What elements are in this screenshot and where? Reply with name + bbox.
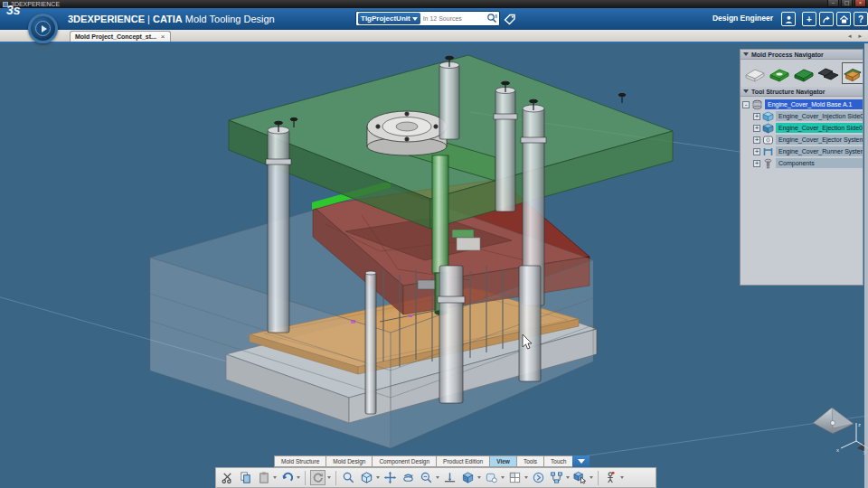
normal-view-icon[interactable] bbox=[442, 470, 458, 485]
3dexperience-compass[interactable] bbox=[28, 14, 58, 43]
dropdown-icon[interactable] bbox=[524, 476, 528, 479]
3d-viewport-scene[interactable]: z x y bbox=[0, 43, 868, 488]
tab-mold-structure[interactable]: Mold Structure bbox=[274, 455, 326, 467]
tree-expand-icon[interactable]: + bbox=[753, 148, 760, 155]
tree-item-runner-system[interactable]: + Engine_Cover_Runner System00 bbox=[753, 145, 863, 157]
mold-model[interactable] bbox=[150, 55, 673, 448]
mold-base-ghost-icon[interactable] bbox=[744, 62, 766, 84]
tree-item-components[interactable]: + Components bbox=[753, 157, 863, 169]
cut-icon[interactable] bbox=[220, 470, 235, 485]
3d-viewport[interactable]: z x y Mold Process Navigator bbox=[0, 42, 868, 488]
more-icon[interactable] bbox=[531, 470, 546, 485]
tab-component-design[interactable]: Component Design bbox=[372, 455, 436, 467]
tree-item-label[interactable]: Engine_Cover_Ejection Side0000 bbox=[776, 123, 863, 133]
os-titlebar: 3DEXPERIENCE – ▢ × bbox=[0, 0, 868, 8]
dropdown-icon[interactable] bbox=[376, 476, 380, 479]
select-box-icon[interactable] bbox=[572, 470, 588, 485]
home-icon[interactable] bbox=[836, 12, 851, 26]
tree-item-label[interactable]: Engine_Cover_Mold Base A.1 bbox=[765, 99, 863, 109]
tree-collapse-icon[interactable]: - bbox=[742, 101, 750, 108]
tab-tools[interactable]: Tools bbox=[516, 455, 543, 467]
undo-icon[interactable] bbox=[279, 470, 295, 485]
mold-injection-icon[interactable] bbox=[769, 62, 790, 84]
dropdown-icon[interactable] bbox=[566, 476, 570, 479]
manikin-icon[interactable] bbox=[603, 470, 618, 485]
shaded-view-icon[interactable] bbox=[460, 470, 476, 485]
3ds-logo: 3s bbox=[6, 3, 21, 17]
tree-item-label[interactable]: Engine_Cover_Ejector System00 bbox=[776, 135, 863, 145]
dropdown-icon[interactable] bbox=[477, 476, 481, 479]
navigator-panel: Mold Process Navigator Tool Structure Na… bbox=[740, 49, 863, 286]
clipping-icon[interactable] bbox=[484, 470, 499, 485]
tab-product-edition[interactable]: Product Edition bbox=[436, 455, 489, 467]
iso-view-cube-icon[interactable] bbox=[359, 470, 374, 485]
tree-expand-icon[interactable]: + bbox=[753, 113, 760, 120]
mold-base-icon bbox=[751, 99, 763, 110]
search-scope-label: TlgProjectUnit bbox=[361, 13, 410, 24]
dropdown-icon[interactable] bbox=[436, 476, 439, 479]
tab-mold-design[interactable]: Mold Design bbox=[326, 455, 372, 467]
dropdown-icon[interactable] bbox=[273, 476, 277, 479]
toolbar-separator bbox=[598, 471, 599, 485]
user-role-label[interactable]: Design Engineer bbox=[712, 14, 773, 23]
app-name: CATIA bbox=[153, 14, 183, 24]
compass-play-icon[interactable] bbox=[35, 21, 51, 36]
tree-item-ejector-system[interactable]: + Engine_Cover_Ejector System00 bbox=[753, 134, 863, 145]
add-content-button[interactable]: + bbox=[802, 12, 816, 26]
collapse-icon[interactable] bbox=[743, 52, 749, 56]
maximize-button[interactable]: ▢ bbox=[841, 0, 853, 7]
module-name: Mold Tooling Design bbox=[185, 14, 275, 24]
help-button[interactable]: ? bbox=[854, 12, 868, 26]
tab-scroll-arrows[interactable]: ◂ ▸ bbox=[848, 33, 864, 40]
tag-icon[interactable] bbox=[504, 13, 517, 24]
tree-expand-icon[interactable]: + bbox=[753, 125, 760, 132]
app-header: 3DEXPERIENCE | CATIA Mold Tooling Design… bbox=[0, 8, 868, 30]
dropdown-icon[interactable] bbox=[620, 476, 624, 479]
minimize-button[interactable]: – bbox=[827, 0, 839, 7]
tree-expand-icon[interactable]: + bbox=[753, 136, 760, 144]
share-icon[interactable] bbox=[819, 12, 834, 26]
tool-structure-header[interactable]: Tool Structure Navigator bbox=[741, 87, 863, 97]
rotate-icon[interactable] bbox=[401, 470, 416, 485]
copy-icon[interactable] bbox=[238, 470, 253, 485]
mold-assembly-selected-icon[interactable] bbox=[842, 62, 863, 84]
design-explore-icon[interactable] bbox=[549, 470, 564, 485]
axis-x-label: x bbox=[836, 447, 839, 453]
search-bar[interactable]: TlgProjectUnit bbox=[355, 11, 500, 26]
process-navigator-header[interactable]: Mold Process Navigator bbox=[741, 50, 863, 60]
tree-item-mold-base[interactable]: - Engine_Cover_Mold Base A.1 bbox=[742, 99, 863, 110]
tree-item-label[interactable]: Engine_Cover_Runner System00 bbox=[776, 146, 863, 156]
profile-icon[interactable] bbox=[781, 12, 796, 26]
tree-item-label[interactable]: Components bbox=[776, 158, 863, 168]
zoom-area-icon[interactable] bbox=[341, 470, 356, 485]
zoom-icon[interactable] bbox=[419, 470, 434, 485]
tab-view[interactable]: View bbox=[489, 455, 516, 467]
paste-icon[interactable] bbox=[256, 470, 271, 485]
tab-touch[interactable]: Touch bbox=[543, 455, 572, 467]
locating-ring bbox=[367, 111, 447, 155]
document-tabstrip: Mold Project_Concept_st... × ◂ ▸ bbox=[0, 30, 868, 42]
split-view-icon[interactable] bbox=[507, 470, 523, 485]
tool-structure-title: Tool Structure Navigator bbox=[751, 89, 826, 95]
action-bar-expand-icon[interactable] bbox=[572, 455, 590, 467]
search-scope-dropdown[interactable]: TlgProjectUnit bbox=[358, 13, 420, 24]
update-icon[interactable] bbox=[310, 470, 326, 485]
pan-icon[interactable] bbox=[382, 470, 398, 485]
tree-item-label[interactable]: Engine_Cover_Injection Side000 bbox=[776, 111, 863, 121]
tab-close-icon[interactable]: × bbox=[161, 33, 165, 41]
dropdown-icon[interactable] bbox=[590, 476, 593, 479]
plate-green-icon[interactable] bbox=[793, 62, 815, 84]
dropdown-icon[interactable] bbox=[297, 476, 300, 479]
view-compass[interactable] bbox=[813, 408, 866, 451]
tree-item-injection-side[interactable]: + Engine_Cover_Injection Side000 bbox=[753, 110, 863, 122]
search-input[interactable] bbox=[420, 15, 485, 22]
search-icon[interactable] bbox=[485, 12, 499, 25]
dropdown-icon[interactable] bbox=[501, 476, 505, 479]
tree-item-ejection-side[interactable]: + Engine_Cover_Ejection Side0000 bbox=[753, 122, 863, 134]
tree-expand-icon[interactable]: + bbox=[753, 160, 760, 167]
plates-dark-icon[interactable] bbox=[817, 62, 839, 84]
close-button[interactable]: × bbox=[854, 0, 866, 7]
document-tab[interactable]: Mold Project_Concept_st... × bbox=[70, 31, 171, 42]
collapse-icon[interactable] bbox=[743, 89, 749, 93]
dropdown-icon[interactable] bbox=[327, 476, 331, 479]
